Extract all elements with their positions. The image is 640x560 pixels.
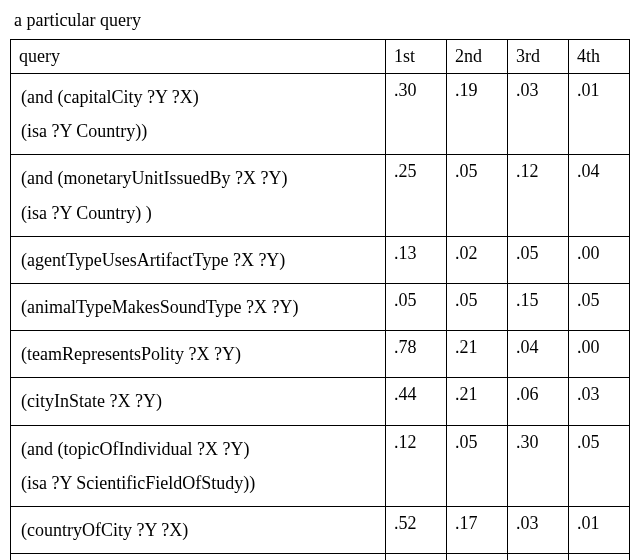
value-cell: .78 bbox=[386, 331, 447, 378]
value-cell: .05 bbox=[569, 283, 630, 330]
query-line: (isa ?Y Country) ) bbox=[21, 196, 377, 230]
query-line: (and (capitalCity ?Y ?X) bbox=[21, 80, 377, 114]
col-1st: 1st bbox=[386, 40, 447, 74]
value-cell: .01 bbox=[569, 74, 630, 155]
value-cell: .46 bbox=[386, 554, 447, 560]
value-cell: .00 bbox=[569, 331, 630, 378]
value-cell: .30 bbox=[386, 74, 447, 155]
value-cell: .03 bbox=[569, 554, 630, 560]
value-cell: .21 bbox=[447, 378, 508, 425]
results-table: query 1st 2nd 3rd 4th (and (capitalCity … bbox=[10, 39, 630, 560]
query-line: (animalTypeMakesSoundType ?X ?Y) bbox=[21, 290, 377, 324]
value-cell: .05 bbox=[447, 425, 508, 506]
value-cell: .19 bbox=[447, 74, 508, 155]
table-row: (and (topicOfIndividual ?X ?Y)(isa ?Y Sc… bbox=[11, 425, 630, 506]
query-cell: (animalTypeMakesSoundType ?X ?Y) bbox=[11, 283, 386, 330]
value-cell: .03 bbox=[508, 506, 569, 553]
table-body: (and (capitalCity ?Y ?X)(isa ?Y Country)… bbox=[11, 74, 630, 561]
col-3rd: 3rd bbox=[508, 40, 569, 74]
query-cell: (cityInState ?X ?Y) bbox=[11, 378, 386, 425]
value-cell: .01 bbox=[569, 506, 630, 553]
query-line: (countryOfCity ?Y ?X) bbox=[21, 513, 377, 547]
table-row: (provenanceOfMediaSeriesProduct ?X ?Y).4… bbox=[11, 554, 630, 560]
value-cell: .06 bbox=[508, 378, 569, 425]
value-cell: .25 bbox=[386, 155, 447, 236]
table-row: (and (monetaryUnitIssuedBy ?X ?Y)(isa ?Y… bbox=[11, 155, 630, 236]
col-4th: 4th bbox=[569, 40, 630, 74]
query-line: (isa ?Y Country)) bbox=[21, 114, 377, 148]
query-line: (isa ?Y ScientificFieldOfStudy)) bbox=[21, 466, 377, 500]
query-line: (and (monetaryUnitIssuedBy ?X ?Y) bbox=[21, 161, 377, 195]
table-row: (teamRepresentsPolity ?X ?Y).78.21.04.00 bbox=[11, 331, 630, 378]
value-cell: .15 bbox=[508, 283, 569, 330]
query-cell: (agentTypeUsesArtifactType ?X ?Y) bbox=[11, 236, 386, 283]
value-cell: .52 bbox=[386, 506, 447, 553]
col-2nd: 2nd bbox=[447, 40, 508, 74]
value-cell: .05 bbox=[386, 283, 447, 330]
table-row: (and (capitalCity ?Y ?X)(isa ?Y Country)… bbox=[11, 74, 630, 155]
query-line: (teamRepresentsPolity ?X ?Y) bbox=[21, 337, 377, 371]
value-cell: .04 bbox=[569, 155, 630, 236]
table-header-row: query 1st 2nd 3rd 4th bbox=[11, 40, 630, 74]
value-cell: .05 bbox=[569, 425, 630, 506]
value-cell: .03 bbox=[569, 378, 630, 425]
value-cell: .00 bbox=[569, 236, 630, 283]
value-cell: .21 bbox=[447, 331, 508, 378]
value-cell: .03 bbox=[508, 74, 569, 155]
value-cell: .21 bbox=[447, 554, 508, 560]
query-line: (and (topicOfIndividual ?X ?Y) bbox=[21, 432, 377, 466]
query-cell: (provenanceOfMediaSeriesProduct ?X ?Y) bbox=[11, 554, 386, 560]
table-row: (countryOfCity ?Y ?X).52.17.03.01 bbox=[11, 506, 630, 553]
query-cell: (and (capitalCity ?Y ?X)(isa ?Y Country)… bbox=[11, 74, 386, 155]
value-cell: .12 bbox=[508, 155, 569, 236]
table-caption: a particular query bbox=[10, 10, 630, 31]
value-cell: .30 bbox=[508, 425, 569, 506]
value-cell: .06 bbox=[508, 554, 569, 560]
query-line: (cityInState ?X ?Y) bbox=[21, 384, 377, 418]
value-cell: .05 bbox=[447, 155, 508, 236]
query-cell: (countryOfCity ?Y ?X) bbox=[11, 506, 386, 553]
value-cell: .12 bbox=[386, 425, 447, 506]
value-cell: .02 bbox=[447, 236, 508, 283]
query-cell: (teamRepresentsPolity ?X ?Y) bbox=[11, 331, 386, 378]
value-cell: .04 bbox=[508, 331, 569, 378]
value-cell: .17 bbox=[447, 506, 508, 553]
value-cell: .44 bbox=[386, 378, 447, 425]
query-line: (agentTypeUsesArtifactType ?X ?Y) bbox=[21, 243, 377, 277]
query-cell: (and (monetaryUnitIssuedBy ?X ?Y)(isa ?Y… bbox=[11, 155, 386, 236]
col-query: query bbox=[11, 40, 386, 74]
value-cell: .05 bbox=[508, 236, 569, 283]
table-row: (agentTypeUsesArtifactType ?X ?Y).13.02.… bbox=[11, 236, 630, 283]
table-row: (cityInState ?X ?Y).44.21.06.03 bbox=[11, 378, 630, 425]
query-cell: (and (topicOfIndividual ?X ?Y)(isa ?Y Sc… bbox=[11, 425, 386, 506]
table-row: (animalTypeMakesSoundType ?X ?Y).05.05.1… bbox=[11, 283, 630, 330]
value-cell: .13 bbox=[386, 236, 447, 283]
value-cell: .05 bbox=[447, 283, 508, 330]
